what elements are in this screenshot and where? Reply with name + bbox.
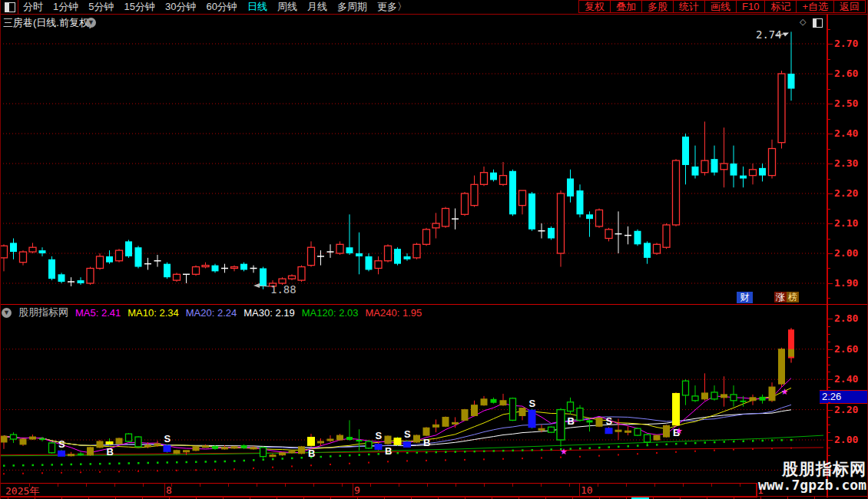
- period-menu-item-3[interactable]: 15分钟: [124, 0, 154, 14]
- finance-button[interactable]: 财: [737, 292, 753, 303]
- indicator-red-dot: [694, 451, 696, 452]
- up-candle: [116, 438, 122, 444]
- down-candle: [548, 228, 555, 239]
- indicator-green-dot: [618, 446, 620, 448]
- rank-button-label-2: 榜: [787, 292, 799, 302]
- indicator-green-dot: [714, 441, 716, 444]
- indicator-green-dot: [532, 449, 534, 451]
- up-candle: [519, 190, 526, 206]
- up-candle: [299, 447, 305, 454]
- indicator-green-dot: [41, 464, 44, 466]
- timeline-tick: [598, 484, 598, 487]
- indicator-green-dot: [445, 451, 447, 454]
- tool-button-1[interactable]: 叠加: [611, 0, 642, 13]
- indicator-green-dot: [656, 444, 658, 446]
- signal-blue-candle: [528, 410, 536, 428]
- up-candle: [87, 269, 94, 284]
- period-menu-item-8[interactable]: 月线: [307, 0, 327, 14]
- axis-tick: [828, 387, 830, 388]
- indicator-green-dot: [541, 449, 543, 451]
- up-candle: [97, 441, 103, 448]
- period-menu-item-4[interactable]: 30分钟: [165, 0, 196, 14]
- ma-legend-2: MA20: 2.24: [186, 307, 237, 319]
- period-menu-item-9[interactable]: 多周期: [337, 0, 367, 14]
- indicator-red-dot: [387, 461, 389, 462]
- ma-legend-0: MA5: 2.41: [75, 307, 121, 319]
- period-menu-item-7[interactable]: 周线: [277, 0, 297, 14]
- indicator-green-dot: [186, 461, 188, 464]
- indicator-green-dot: [291, 458, 293, 460]
- axis-tick: [828, 119, 830, 120]
- rank-button[interactable]: 涨榜: [774, 292, 799, 303]
- signal-yellow-candle: [106, 441, 114, 444]
- period-menu-item-0[interactable]: 分时: [23, 0, 43, 14]
- tool-button-8[interactable]: 返回: [834, 0, 866, 13]
- up-candle: [778, 74, 785, 143]
- up-candle: [663, 225, 670, 247]
- indicator-green-dot: [22, 464, 25, 467]
- timeline-tick: [342, 484, 343, 487]
- tool-button-5[interactable]: F10: [737, 0, 765, 13]
- up-candle: [538, 428, 545, 430]
- down-candle: [760, 397, 766, 401]
- indicator-green-dot: [464, 451, 466, 453]
- period-menu-item-6[interactable]: 日线: [247, 0, 267, 14]
- buy-marker: B: [385, 445, 392, 457]
- tool-button-2[interactable]: 多股: [642, 0, 674, 13]
- period-menu-item-10[interactable]: 更多〉: [377, 0, 407, 14]
- axis-tick: [828, 379, 833, 380]
- tool-button-6[interactable]: 标记: [765, 0, 797, 13]
- period-menu-item-5[interactable]: 60分钟: [206, 0, 237, 14]
- indicator-green-dot: [455, 451, 457, 453]
- watermark-site-name: 股朋指标网: [737, 461, 866, 478]
- tools-menu: 复权叠加多股统计画线F10标记+自选返回: [578, 0, 866, 13]
- timeline-tick: [683, 484, 684, 487]
- indicator-red-dot: [80, 471, 81, 473]
- top-menu-bar: 分时1分钟5分钟15分钟30分钟60分钟日线周线月线多周期更多〉 复权叠加多股统…: [0, 0, 868, 15]
- up-candle: [615, 430, 621, 431]
- down-candle: [126, 434, 132, 441]
- axis-tick: [828, 342, 830, 342]
- up-candle: [721, 164, 727, 170]
- axis-tick: [828, 365, 830, 365]
- down-candle: [212, 446, 218, 449]
- axis-tick: [828, 372, 830, 372]
- diamond-icon[interactable]: ◇: [800, 17, 806, 27]
- layout-toggle[interactable]: [0, 0, 18, 14]
- indicator-green-dot: [282, 458, 284, 460]
- axis-label: 1.90: [834, 277, 858, 289]
- up-candle: [596, 418, 602, 426]
- indicator-green-dot: [733, 441, 735, 443]
- tool-button-4[interactable]: 画线: [705, 0, 737, 13]
- indicator-green-dot: [128, 462, 131, 464]
- up-candle: [88, 448, 94, 455]
- chevron-down-icon[interactable]: ▼: [86, 18, 96, 28]
- down-candle: [491, 399, 497, 403]
- down-candle: [711, 392, 717, 399]
- indicator-green-dot: [666, 444, 668, 446]
- up-candle: [769, 387, 775, 401]
- axis-tick: [828, 209, 830, 210]
- down-candle: [394, 249, 401, 264]
- up-candle: [423, 230, 430, 245]
- period-menu-item-1[interactable]: 1分钟: [53, 0, 78, 14]
- period-menu-item-2[interactable]: 5分钟: [88, 0, 114, 14]
- indicator-red-dot: [157, 470, 158, 471]
- indicator-green-dot: [253, 459, 255, 461]
- tool-button-3[interactable]: 统计: [674, 0, 705, 13]
- pane-separator: [0, 304, 868, 305]
- up-candle: [385, 436, 391, 444]
- up-candle: [414, 435, 420, 442]
- up-candle: [97, 256, 104, 269]
- split-pane-icon[interactable]: [813, 18, 823, 28]
- indicator-red-dot: [234, 468, 235, 470]
- timeline-tick: [171, 484, 172, 487]
- down-candle: [510, 398, 516, 421]
- up-candle: [20, 252, 27, 263]
- timeline-tick: [257, 484, 257, 487]
- down-candle: [528, 193, 535, 230]
- watermark: 股朋指标网 www.7gpzb.com: [737, 461, 866, 493]
- tool-button-0[interactable]: 复权: [578, 0, 611, 13]
- tool-button-7[interactable]: +自选: [797, 0, 834, 13]
- chevron-down-icon[interactable]: ▼: [2, 308, 12, 318]
